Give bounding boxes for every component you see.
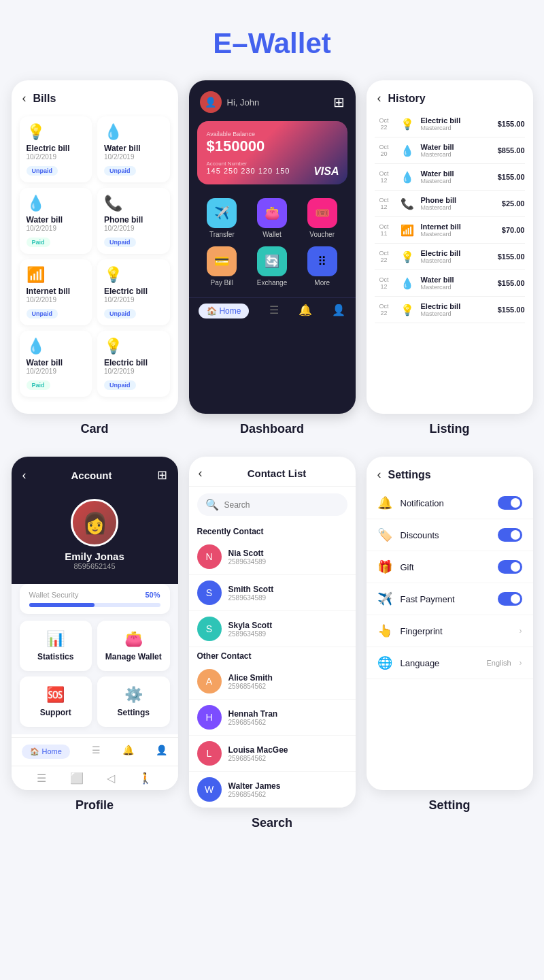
search-bar[interactable]: 🔍 [197, 493, 347, 516]
list-item[interactable]: 📶 Internet bill 10/2/2019 Unpaid [20, 259, 92, 325]
back-button[interactable]: ‹ [199, 466, 203, 480]
water-icon: 💧 [399, 277, 415, 290]
settings-header: ‹ Settings [367, 457, 533, 487]
discounts-toggle[interactable] [498, 528, 522, 542]
list-item[interactable]: L Louisa MacGee 2596854562 [189, 736, 356, 772]
water-icon: 💧 [399, 144, 415, 157]
voucher-button[interactable]: 🎟️ Voucher [307, 198, 337, 238]
nav-bell[interactable]: 🔔 [299, 304, 312, 318]
settings-label: Setting [429, 798, 471, 813]
back-icon[interactable]: ◁ [107, 772, 115, 785]
settings-list: 🔔 Notification 🏷️ Discounts 🎁 Gift ✈️ Fa [367, 487, 533, 679]
list-item[interactable]: A Alice Smith 2596854562 [189, 664, 356, 700]
water-icon: 💧 [27, 195, 86, 212]
visa-logo: VISA [313, 165, 339, 178]
bottom-nav: 🏠 Home ☰ 🔔 👤 [12, 737, 178, 766]
profile-header: ‹ Account ⊞ [12, 457, 178, 493]
back-button[interactable]: ‹ [22, 468, 27, 483]
search-label: Search [252, 816, 292, 830]
menu-icon[interactable]: ⊞ [333, 94, 345, 110]
search-input[interactable] [224, 500, 339, 510]
language-setting[interactable]: 🌐 Language English › [367, 647, 533, 679]
nav-bell[interactable]: 🔔 [122, 745, 134, 759]
list-item[interactable]: S Skyla Scott 2589634589 [189, 611, 356, 647]
fast-payment-toggle[interactable] [498, 592, 522, 606]
list-item[interactable]: 💧 Water bill 10/2/2019 Unpaid [97, 116, 170, 182]
nav-list[interactable]: ☰ [92, 745, 101, 759]
gift-setting[interactable]: 🎁 Gift [367, 551, 533, 583]
settings-button[interactable]: ⚙️ Settings [97, 676, 170, 727]
exchange-button[interactable]: 🔄 Exchange [257, 246, 287, 287]
profile-screen: ‹ Account ⊞ 👩 Emily Jonas 8595652145 Wal… [12, 457, 178, 830]
listing-title: History [388, 93, 426, 105]
list-item[interactable]: 💧 Water bill 10/2/2019 Paid [20, 188, 92, 254]
progress-fill [29, 603, 95, 607]
list-item[interactable]: 📞 Phone bill 10/2/2019 Unpaid [97, 188, 170, 254]
nav-home[interactable]: 🏠 Home [22, 745, 69, 759]
nav-home[interactable]: 🏠 Home [199, 304, 249, 318]
back-button[interactable]: ‹ [377, 468, 381, 482]
history-list: Oct22 💡 Electric bill Mastercard $155.00… [367, 111, 533, 323]
list-item[interactable]: 💧 Water bill 10/2/2019 Paid [20, 331, 92, 397]
list-item[interactable]: Oct11 📶 Internet bill Mastercard $70.00 [375, 217, 525, 244]
wallet-button[interactable]: 👛 Wallet [257, 198, 287, 238]
grid-icon[interactable]: ⊞ [157, 468, 167, 483]
fast-payment-setting[interactable]: ✈️ Fast Payment [367, 583, 533, 615]
listing-header: ‹ History [367, 80, 533, 111]
person-icon[interactable]: 🚶 [139, 772, 152, 785]
notification-setting[interactable]: 🔔 Notification [367, 487, 533, 519]
avatar: N [197, 544, 222, 569]
water-icon: 💧 [27, 338, 86, 355]
list-item[interactable]: Oct20 💧 Water bill Mastercard $855.00 [375, 137, 525, 164]
notification-icon: 🔔 [377, 495, 392, 510]
search-icon: 🔍 [205, 498, 219, 511]
search-header: ‹ Contact List [189, 457, 356, 487]
avatar: 👩 [71, 499, 118, 546]
list-item[interactable]: S Smith Scott 2589634589 [189, 575, 356, 611]
support-button[interactable]: 🆘 Support [20, 676, 92, 727]
balance-value: $150000 [207, 137, 338, 155]
wallet-icon: 👛 [124, 630, 143, 648]
statistics-button[interactable]: 📊 Statistics [20, 621, 92, 671]
quick-actions-row2: 💳 Pay Bill 🔄 Exchange ⠿ More [189, 244, 356, 295]
nav-user[interactable]: 👤 [156, 745, 167, 759]
transfer-button[interactable]: ✈️ Transfer [207, 198, 237, 238]
fingerprint-setting[interactable]: 👆 Fingerprint › [367, 615, 533, 647]
square-icon[interactable]: ⬜ [70, 772, 84, 785]
gift-toggle[interactable] [498, 560, 522, 574]
list-item[interactable]: Oct22 💡 Electric bill Mastercard $155.00 [375, 297, 525, 323]
list-item[interactable]: 💡 Electric bill 10/2/2019 Unpaid [97, 259, 170, 325]
wallet-sec-pct: 50% [145, 591, 160, 599]
wifi-icon: 📶 [27, 266, 86, 284]
notification-toggle[interactable] [498, 496, 522, 510]
list-item[interactable]: Oct22 💡 Electric bill Mastercard $155.00 [375, 111, 525, 137]
electric-icon: 💡 [399, 250, 415, 263]
list-item[interactable]: Oct22 💡 Electric bill Mastercard $155.00 [375, 244, 525, 270]
list-item[interactable]: 💡 Electric bill 10/2/2019 Unpaid [97, 331, 170, 397]
back-button[interactable]: ‹ [377, 91, 381, 105]
profile-grid: 📊 Statistics 👛 Manage Wallet 🆘 Support ⚙… [12, 621, 178, 732]
list-item[interactable]: Oct12 💧 Water bill Mastercard $155.00 [375, 270, 525, 297]
user-info: 👤 Hi, John [200, 91, 260, 113]
bills-title: Bills [33, 93, 56, 105]
list-item[interactable]: N Nia Scott 2589634589 [189, 539, 356, 575]
list-item[interactable]: Oct12 📞 Phone bill Mastercard $25.00 [375, 191, 525, 217]
hamburger-icon[interactable]: ☰ [37, 772, 46, 785]
back-button[interactable]: ‹ [22, 91, 27, 105]
more-button[interactable]: ⠿ More [307, 246, 337, 287]
settings-screen: ‹ Settings 🔔 Notification 🏷️ Discounts 🎁… [367, 457, 533, 830]
nav-user[interactable]: 👤 [332, 304, 345, 318]
discounts-setting[interactable]: 🏷️ Discounts [367, 519, 533, 551]
nav-list[interactable]: ☰ [269, 304, 279, 318]
electric-icon: 💡 [27, 123, 86, 141]
list-item[interactable]: 💡 Electric bill 10/2/2019 Unpaid [20, 116, 92, 182]
fingerprint-icon: 👆 [377, 623, 392, 638]
settings-icon: ⚙️ [124, 686, 143, 704]
pay-bill-button[interactable]: 💳 Pay Bill [207, 246, 237, 287]
list-item[interactable]: H Hennah Tran 2596854562 [189, 700, 356, 736]
manage-wallet-button[interactable]: 👛 Manage Wallet [97, 621, 170, 671]
list-item[interactable]: Oct12 💧 Water bill Mastercard $155.00 [375, 164, 525, 191]
bills-header: ‹ Bills [12, 80, 178, 111]
avatar: A [197, 669, 222, 693]
list-item[interactable]: W Walter James 2596854562 [189, 772, 356, 808]
